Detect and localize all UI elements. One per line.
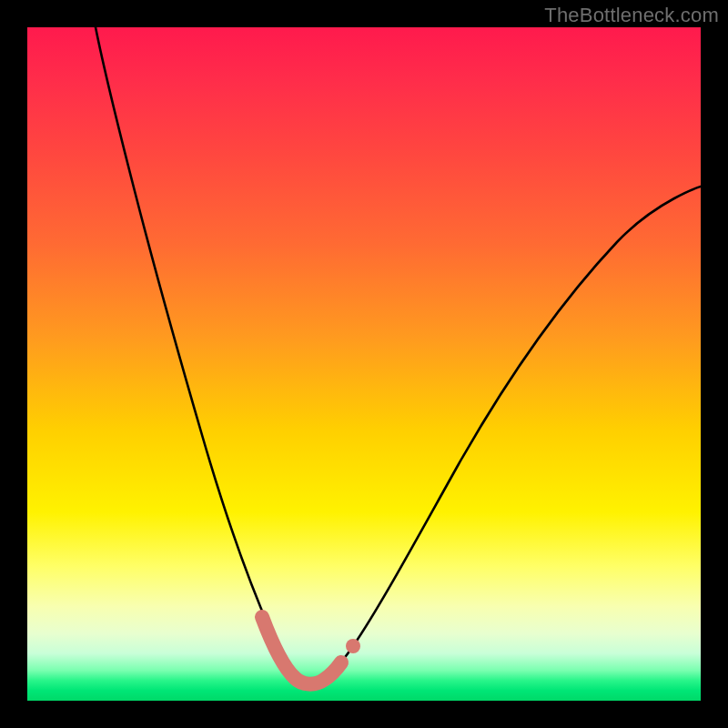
watermark-text: TheBottleneck.com <box>544 4 719 27</box>
chart-frame <box>27 27 701 701</box>
chart-background-gradient <box>27 27 701 701</box>
